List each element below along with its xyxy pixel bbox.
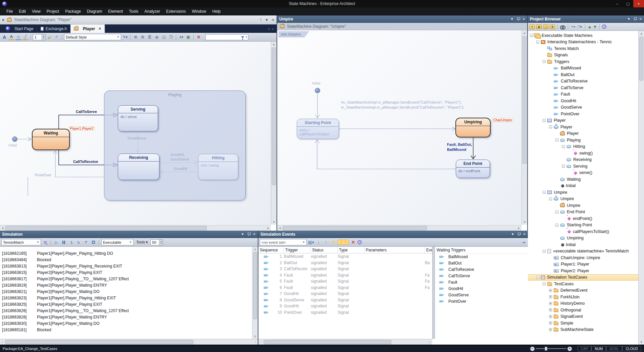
umpire-close-icon[interactable]: ✕ <box>523 17 525 21</box>
log-row[interactable]: [1818663484]Blocked <box>0 256 258 263</box>
events-close-icon[interactable]: ✕ <box>523 232 526 236</box>
fill-color-button[interactable]: ◇ <box>15 34 21 40</box>
umpire-menu-icon[interactable]: ▼ <box>510 17 514 21</box>
tree-expander-icon[interactable]: - <box>543 191 546 194</box>
tree-item-player2-player[interactable]: Player2: Player <box>528 268 644 274</box>
simulation-pin-icon[interactable] <box>247 233 250 236</box>
tree-item-ballout[interactable]: BallOut <box>528 71 644 78</box>
tree-item-umpiring[interactable]: Umpiring <box>528 235 644 242</box>
send-back-icon[interactable]: ❏ <box>161 34 167 40</box>
menu-item-file[interactable]: File <box>3 8 16 15</box>
tree-item-endpoint-[interactable]: endPoint() <box>528 215 644 222</box>
stop-button[interactable] <box>90 239 96 245</box>
tab-next-icon[interactable]: ▹ <box>272 27 274 31</box>
maximize-button[interactable]: ▢ <box>623 0 633 7</box>
zoom-slider-thumb[interactable] <box>545 347 547 351</box>
state-waiting[interactable]: Waiting <box>32 129 70 150</box>
waiting-trigger-goodhit[interactable]: GoodHit <box>437 285 528 292</box>
event-row[interactable]: 10PointOversignalledSignal <box>258 309 432 316</box>
caption-close-icon[interactable]: ✕ <box>272 18 275 22</box>
menu-item-package[interactable]: Package <box>62 8 84 15</box>
tree-item-pointover[interactable]: PointOver <box>528 111 644 117</box>
tree-item-umpire[interactable]: Umpire <box>528 202 644 209</box>
state-receiving[interactable]: Receiving <box>118 154 159 180</box>
player-diagram-canvas[interactable]: Playing Initial Waiting Player1,Player2 … <box>0 42 271 225</box>
tree-item-serve-[interactable]: serve() <box>528 170 644 176</box>
column-header-status[interactable]: Status <box>311 247 338 253</box>
event-row[interactable]: 7GoodHitsignalledSignal <box>258 291 432 297</box>
log-row[interactable]: [1818663817]Player2[Player].Playing__TO_… <box>0 276 258 282</box>
font-button[interactable]: A <box>1 34 7 40</box>
event-row[interactable]: 9GoodHitsignalledSignal <box>258 303 432 309</box>
move-down-button[interactable]: ▼ <box>593 24 597 29</box>
column-header-type[interactable]: Type <box>338 247 364 253</box>
menu-item-analyzer[interactable]: Analyzer <box>141 8 163 15</box>
menu-item-project[interactable]: Project <box>44 8 62 15</box>
tree-item-simulation-testcases[interactable]: -Simulation TestCases <box>528 274 644 281</box>
tree-expander-icon[interactable]: - <box>536 276 539 279</box>
menu-item-diagram[interactable]: Diagram <box>84 8 105 15</box>
tree-item-interacting-statemachines-tennis[interactable]: -Interacting Statemachines - Tennis <box>528 39 644 46</box>
log-row[interactable]: [1818663828]Player1[Player].Player_Waiti… <box>0 314 258 320</box>
event-row[interactable]: 4FaultsignalledSignalFa <box>258 272 432 279</box>
waiting-trigger-goodserve[interactable]: GoodServe <box>437 292 528 298</box>
log-row[interactable]: [1818665181]Blocked <box>0 327 258 333</box>
umpire-initial-node[interactable] <box>315 88 320 93</box>
log-row[interactable]: [1818663819]Player2[Player].Player_Waiti… <box>0 282 258 288</box>
waiting-trigger-fault[interactable]: Fault <box>437 279 528 285</box>
align-bottom-icon[interactable]: ᠅ <box>154 34 160 40</box>
tree-expander-icon[interactable]: - <box>543 250 546 253</box>
waiting-trigger-calltoreceive[interactable]: CallToReceive <box>437 266 528 273</box>
menu-item-view[interactable]: View <box>29 8 44 15</box>
events-pin-icon[interactable] <box>517 233 521 236</box>
tree-item-end-point[interactable]: -End Point <box>528 209 644 216</box>
umpire-pin-icon[interactable] <box>517 17 520 21</box>
step-out-button[interactable]: ↱ <box>83 239 89 245</box>
tree-item-simple[interactable]: +Simple <box>528 320 644 327</box>
collapse-all-icon[interactable]: 《 <box>258 17 262 22</box>
zoom-in-icon[interactable]: + <box>567 347 572 351</box>
pause-button[interactable] <box>61 239 67 245</box>
log-row[interactable]: [1818663821]Player2[Player].Player_Waiti… <box>0 288 258 295</box>
tree-item-signals[interactable]: Signals <box>528 52 644 59</box>
menu-item-element[interactable]: Element <box>105 8 126 15</box>
project-browser-pin-icon[interactable] <box>634 17 637 21</box>
menu-item-edit[interactable]: Edit <box>16 8 29 15</box>
waiting-trigger-ballout[interactable]: BallOut <box>437 260 528 266</box>
tree-expander-icon[interactable]: - <box>543 60 546 63</box>
step-over-button[interactable]: ↴ <box>68 239 74 245</box>
log-row[interactable]: [1818663826]Player1[Player].Playing__TO_… <box>0 307 258 314</box>
tree-item-player[interactable]: -Player <box>528 117 644 124</box>
tree-expander-icon[interactable]: + <box>549 302 552 305</box>
tree-expander-icon[interactable]: + <box>549 315 552 318</box>
tree-expander-icon[interactable]: + <box>549 321 552 325</box>
tree-expander-icon[interactable]: + <box>549 328 552 331</box>
log-row[interactable]: [1818663823]Player1[Player].Player_Playi… <box>0 295 258 301</box>
log-row[interactable]: [1818663813]Player2[Player].Player_Playi… <box>0 263 258 269</box>
tab-start-page[interactable]: Start Page <box>0 24 37 33</box>
style-combo[interactable]: Default Style▼ <box>64 34 121 40</box>
project-browser-menu-icon[interactable]: ▼ <box>627 17 631 21</box>
tree-item-executable-state-machines[interactable]: -Executable State Machines <box>528 32 644 39</box>
events-horizontal-scrollbar[interactable]: ‹› <box>258 339 432 345</box>
fire-multi-event-button[interactable]: ⚡⚡ <box>338 240 349 245</box>
waiting-trigger-pointover[interactable]: PointOver <box>437 298 528 304</box>
column-header-eve[interactable]: Eve <box>425 247 432 253</box>
tree-expander-icon[interactable]: - <box>536 41 539 44</box>
simulation-menu-icon[interactable]: ▼ <box>241 232 244 236</box>
waiting-trigger-ballmissed[interactable]: BallMissed <box>437 253 528 260</box>
simulation-header[interactable]: Simulation ▼ ✕ <box>0 231 258 238</box>
tree-expander-icon[interactable]: - <box>555 224 558 227</box>
player-horizontal-scrollbar[interactable]: ◂▸ <box>0 225 271 231</box>
state-serving[interactable]: Serving do / serve <box>118 105 158 131</box>
new-package-button[interactable]: ▣ <box>536 24 542 29</box>
move-event-up-button[interactable]: ↑ <box>323 239 329 245</box>
expand-chevrons-icon[interactable]: » <box>2 17 4 22</box>
tree-item-initial[interactable]: Initial <box>528 241 644 248</box>
simulation-events-header[interactable]: Simulation Events ▼ ✕ <box>258 231 528 238</box>
line-color-button[interactable]: ╱ <box>22 34 29 40</box>
tree-item-waiting[interactable]: Waiting <box>528 176 644 183</box>
edit-button[interactable]: ✎▾ <box>571 24 576 29</box>
tree-item-playing[interactable]: -Playing <box>528 137 644 143</box>
tree-expander-icon[interactable]: - <box>543 119 546 122</box>
